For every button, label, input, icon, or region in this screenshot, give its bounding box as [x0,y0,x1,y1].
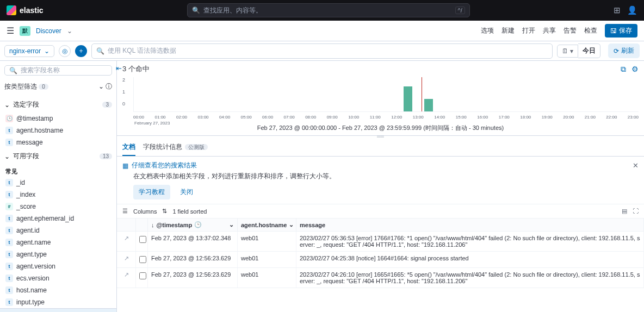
save-button[interactable]: 🖫 保存 [605,24,637,38]
logo-icon [7,5,16,15]
th-hostname[interactable]: agent.hostname⌄ [238,219,296,231]
nav-new[interactable]: 新建 [501,26,515,35]
collapse-sidebar-icon[interactable]: ⇤ [116,64,122,72]
th-select [136,219,148,231]
expand-icon[interactable]: ↗ [117,268,136,288]
newsfeed-icon[interactable]: ⊞ [614,5,621,15]
columns-icon[interactable]: ☰ [122,208,128,215]
app-link-discover[interactable]: Discover [36,27,61,35]
learn-button[interactable]: 学习教程 [133,185,170,199]
nav-open[interactable]: 打开 [522,26,535,35]
expand-icon[interactable]: ↗ [117,232,136,251]
th-expand [117,219,136,231]
field-item[interactable]: t_index [0,189,116,201]
row-checkbox[interactable] [136,252,148,267]
fullscreen-icon[interactable]: ⛶ [633,208,639,215]
refresh-icon: ⟳ [614,47,619,55]
available-fields-label: 可用字段 [13,152,39,161]
dataview-name: nginx-error [9,47,41,55]
nav-inspect[interactable]: 检查 [584,26,597,35]
field-item[interactable]: tagent.name [0,236,116,248]
field-name: @timestamp [16,115,53,122]
field-type-icon: t [5,239,13,246]
tab-documents[interactable]: 文档 [122,142,135,156]
dismiss-button[interactable]: 关闭 [180,188,193,197]
field-search-input[interactable]: 🔍 搜索字段名称 [4,65,112,76]
columns-label[interactable]: Columns [133,208,157,215]
field-item[interactable]: t_id [0,177,116,189]
th-timestamp[interactable]: ↓ @timestamp 🕒 ⌄ [148,219,238,231]
sort-label[interactable]: 1 field sorted [172,208,207,215]
add-field-button[interactable]: ⊕ 添加字段 [0,308,116,312]
close-icon[interactable]: ✕ [633,161,639,170]
table-row[interactable]: ↗Feb 27, 2023 @ 13:37:02.348web012023/02… [117,232,644,252]
field-item[interactable]: tmessage [0,136,116,148]
tip-body: 在文档表中添加相关字段，对列进行重新排序和排序，调整行大小等。 [117,171,644,185]
field-item[interactable]: tagent.version [0,260,116,272]
brand-logo[interactable]: elastic [7,5,44,15]
field-name: host.name [16,286,47,294]
table-row[interactable]: ↗Feb 27, 2023 @ 12:56:23.629web012023/02… [117,252,644,268]
field-item[interactable]: #_score [0,201,116,213]
selected-fields-label: 选定字段 [13,100,39,109]
field-item[interactable]: tagent.ephemeral_id [0,213,116,224]
field-item[interactable]: tagent.type [0,248,116,260]
field-name: agent.ephemeral_id [16,215,74,222]
chevron-down-icon[interactable]: ⌄ [67,27,72,35]
global-search[interactable]: 🔍 查找应用、内容等。 ^/ [187,3,470,17]
cell-hostname: web01 [238,268,296,288]
save-label: 保存 [619,26,632,35]
nav-share[interactable]: 共享 [543,26,556,35]
save-icon: 🖫 [610,27,617,35]
search-icon: 🔍 [9,67,17,74]
field-name: agent.name [16,239,51,246]
field-name: agent.version [16,263,55,270]
histogram-chart[interactable]: 210 00:0001:0002:0003:0004:0005:0006:000… [122,77,639,120]
density-icon[interactable]: ▤ [622,208,627,215]
type-filter[interactable]: 按类型筛选 0 ⌄ ⓘ [4,80,112,93]
table-header: ↓ @timestamp 🕒 ⌄ agent.hostname⌄ message [117,219,644,232]
field-name: _id [16,179,25,186]
menu-icon[interactable]: ☰ [7,26,14,36]
chart-options-icon[interactable]: ⧉ [621,65,626,74]
field-search-placeholder: 搜索字段名称 [21,66,60,75]
query-options-button[interactable]: ◎ [59,45,71,57]
field-item[interactable]: tagent.hostname [0,124,116,136]
sort-icon[interactable]: ⇅ [162,208,167,215]
x-axis-date: February 27, 2023 [134,121,170,126]
nav-options[interactable]: 选项 [481,26,494,35]
field-type-icon: t [5,215,13,222]
selected-fields-count: 3 [102,102,112,108]
date-quick[interactable]: 今日 [578,43,600,58]
field-item[interactable]: tecs.version [0,272,116,284]
user-avatar-icon[interactable]: 👤 [627,5,637,15]
refresh-button[interactable]: ⟳ 刷新 [608,43,640,58]
field-type-icon: t [5,227,13,234]
query-toolbar: nginx-error ⌄ ◎ ＋ 🔍 使用 KQL 语法筛选数据 🗓 ▾ 今日… [0,41,644,61]
selected-fields-header[interactable]: ⌄ 选定字段 3 [0,97,116,113]
field-type-icon: t [5,251,13,258]
resize-handle[interactable]: ══ [117,134,644,139]
date-picker[interactable]: 🗓 ▾ 今日 [557,43,600,58]
kql-placeholder: 使用 KQL 语法筛选数据 [108,46,176,55]
space-badge[interactable]: 默 [20,26,30,36]
row-checkbox[interactable] [136,232,148,251]
field-item[interactable]: tagent.id [0,224,116,236]
gear-icon[interactable]: ⚙ [631,65,639,74]
field-item[interactable]: thost.name [0,284,116,296]
field-item[interactable]: 🕒@timestamp [0,113,116,124]
add-filter-button[interactable]: ＋ [75,45,87,57]
row-checkbox[interactable] [136,268,148,288]
kql-input[interactable]: 🔍 使用 KQL 语法筛选数据 [91,43,553,59]
expand-icon[interactable]: ↗ [117,252,136,267]
th-message[interactable]: message [296,219,644,231]
available-fields-header[interactable]: ⌄ 可用字段 13 [0,148,116,164]
tour-tip: ▦ 仔细查看您的搜索结果 ✕ [117,157,644,171]
calendar-icon[interactable]: 🗓 ▾ [557,45,578,58]
nav-alerts[interactable]: 告警 [564,26,577,35]
field-item[interactable]: tinput.type [0,296,116,308]
cell-hostname: web01 [238,232,296,251]
dataview-selector[interactable]: nginx-error ⌄ [4,45,54,57]
tab-field-stats[interactable]: 字段统计信息 公测版 [143,142,208,156]
table-row[interactable]: ↗Feb 27, 2023 @ 12:56:23.629web012023/02… [117,268,644,288]
